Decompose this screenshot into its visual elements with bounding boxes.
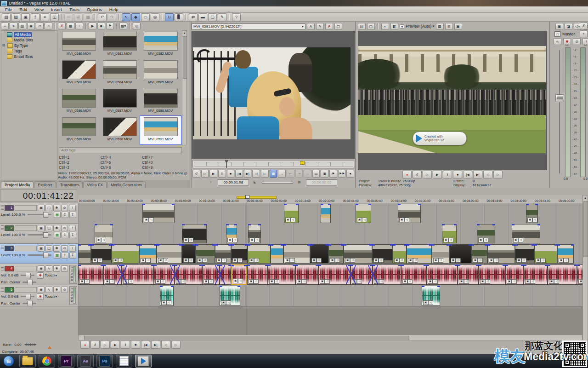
timeline-clip[interactable]: ▣◁ [160, 286, 174, 306]
project-properties-icon[interactable]: ≡ [40, 13, 49, 21]
previous-frame-button[interactable]: ◁ [483, 171, 492, 178]
open-project-icon[interactable]: ▨ [11, 13, 20, 21]
track-fx-icon[interactable]: ◫ [45, 225, 52, 231]
event-fx-icon[interactable]: ◁ [237, 258, 243, 263]
go-to-end-button[interactable]: ▶| [244, 170, 252, 178]
timeline-clip[interactable] [321, 204, 331, 223]
go-to-start-button[interactable]: |◀ [141, 341, 150, 349]
redo-icon[interactable]: ↷ [107, 13, 116, 21]
timeline-clip[interactable]: ▣◁ [231, 244, 248, 264]
undo-icon[interactable]: ↶ [98, 13, 107, 21]
menu-edit[interactable]: Edit [16, 7, 30, 12]
timeline-clip[interactable]: ▣◁ [548, 264, 577, 285]
event-pan-crop-icon[interactable]: ▣ [285, 258, 290, 263]
event-pan-crop-icon[interactable]: ▣ [183, 238, 188, 242]
event-fx-icon[interactable]: ◁ [521, 258, 526, 263]
pause-button[interactable]: ‖ [218, 170, 226, 178]
preview-quality-label[interactable]: Preview (Auto) [406, 24, 431, 29]
whats-this-help-icon[interactable]: ? [232, 13, 241, 21]
mute-icon[interactable]: ⊘ [61, 245, 68, 252]
timeline-clip[interactable]: ▣◁ [515, 244, 534, 264]
event-fx-icon[interactable]: ◁ [202, 258, 207, 263]
trimmer-marker[interactable] [300, 161, 305, 165]
event-fx-icon[interactable]: ◁ [494, 258, 499, 263]
tree-item-smart-bins[interactable]: Smart Bins [1, 54, 57, 59]
media-thumbnail[interactable] [103, 117, 137, 136]
next-marker-button[interactable]: ⇥ [295, 170, 303, 178]
track-content-5[interactable]: ▣◁▣◁▣◁ [78, 285, 582, 307]
copy-icon[interactable]: ⊞ [74, 13, 83, 21]
start-button[interactable]: ⊞ [1, 355, 17, 367]
project-properties-icon[interactable]: ▤ [358, 23, 366, 30]
event-fx-icon[interactable]: ◁ [232, 238, 237, 242]
go-to-end-button[interactable]: ▶| [151, 341, 160, 349]
event-pan-crop-icon[interactable]: ▣ [451, 258, 456, 263]
event-pan-crop-icon[interactable]: ▣ [176, 279, 181, 284]
zoom-edit-tool-icon[interactable]: ◎ [151, 13, 159, 21]
menu-options[interactable]: Options [84, 7, 105, 12]
record-button[interactable]: ● [402, 171, 412, 178]
timeline-clip[interactable]: ▣◁ [202, 264, 220, 285]
timeline-clip[interactable]: ▣◁ [95, 224, 113, 243]
vscrollbar-thumb[interactable] [583, 201, 588, 257]
event-fx-icon[interactable]: ◁ [325, 279, 330, 284]
overlays-dropdown-icon[interactable]: ▩ [436, 23, 444, 30]
event-pan-crop-icon[interactable]: ▣ [197, 258, 202, 263]
vol-slider[interactable] [21, 296, 34, 297]
brush-icon[interactable]: ✎ [316, 23, 324, 30]
timeline-clip[interactable]: ▣◁ [526, 204, 538, 223]
pin-icon[interactable]: ⌖ [580, 30, 588, 37]
arm-record-icon[interactable]: ◉ [38, 287, 45, 293]
save-snapshot-icon[interactable]: ▣ [454, 23, 462, 30]
open-media-button[interactable]: → [278, 170, 286, 178]
event-fx-icon[interactable]: ◁ [274, 279, 279, 284]
timeline-clip[interactable]: ▣◁ [471, 244, 487, 264]
media-list-scrollbar[interactable]: ▲ [182, 30, 187, 145]
save-snapshot-button[interactable]: ▣ [321, 170, 328, 178]
event-pan-crop-icon[interactable]: ▣ [408, 258, 413, 263]
media-thumbnail[interactable] [144, 117, 178, 136]
master-fader[interactable] [554, 47, 565, 176]
scrollbar-thumb[interactable] [183, 36, 187, 79]
media-thumbnail[interactable] [62, 60, 96, 79]
event-pan-crop-icon[interactable]: ▣ [559, 258, 564, 263]
track-fx-icon[interactable]: ◫ [45, 245, 52, 252]
timeline-clip[interactable]: ▣◁ [226, 224, 237, 243]
make-child-icon[interactable]: ↧ [69, 212, 76, 218]
automation-icon[interactable]: ✱ [53, 205, 60, 211]
media-thumbnail[interactable] [62, 32, 96, 51]
expand-track-icon[interactable]: ▢ [208, 13, 217, 21]
trimmer-monitor-icon[interactable]: ▢ [334, 23, 342, 30]
level-slider-handle[interactable] [43, 232, 48, 238]
trimmer-cursor[interactable] [226, 161, 227, 168]
trimmer-selection-start[interactable] [262, 182, 293, 184]
media-thumbnail[interactable] [103, 89, 137, 108]
event-fx-icon[interactable]: ◁ [188, 258, 193, 263]
tree-item-tags[interactable]: Tags [1, 48, 57, 54]
multimedia-keys-button[interactable]: ▦ [270, 170, 277, 178]
trimmer-cursor-time[interactable]: 00:00:01:08 [218, 179, 249, 185]
track-grip[interactable] [1, 246, 4, 251]
google-chrome[interactable] [39, 355, 55, 368]
previous-frame-button[interactable]: ◁ [252, 170, 260, 178]
event-pan-crop-icon[interactable]: ▣ [428, 279, 433, 284]
media-flag-icon[interactable]: ⚑ [106, 23, 114, 29]
automation-icon[interactable]: ✱ [53, 225, 60, 231]
event-fx-icon[interactable]: ◁ [317, 258, 322, 263]
level-slider[interactable] [28, 234, 51, 236]
event-fx-icon[interactable]: ◁ [254, 238, 260, 242]
event-fx-icon[interactable]: ◁ [464, 279, 469, 284]
vol-slider[interactable] [21, 275, 34, 276]
event-fx-icon[interactable]: ◁ [221, 258, 226, 263]
event-pan-crop-icon[interactable]: ▣ [285, 218, 290, 222]
make-child-icon[interactable]: ↧ [69, 252, 76, 259]
timeline-clip[interactable]: ▣◁ [318, 264, 351, 285]
track-name-field[interactable] [15, 266, 37, 271]
menu-help[interactable]: Help [106, 7, 122, 12]
expand-icon[interactable]: ⊟ [2, 44, 6, 47]
track-header-4[interactable]: 4◉∿✱⊘!-Inf.12243648Vol:0.0 dB✱Touch▾Pan:… [0, 264, 78, 285]
event-pan-crop-icon[interactable]: ▣ [433, 258, 438, 263]
event-pan-crop-icon[interactable]: ▣ [527, 218, 532, 222]
loop-playback-button[interactable]: ↺ [413, 171, 422, 178]
event-fx-icon[interactable]: ◁ [512, 279, 517, 284]
